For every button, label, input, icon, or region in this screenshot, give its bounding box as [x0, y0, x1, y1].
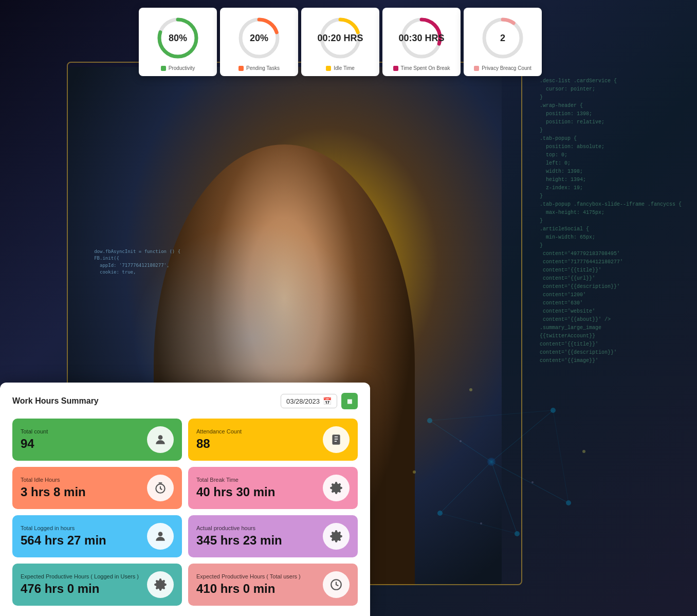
- svg-point-9: [427, 418, 432, 423]
- export-button[interactable]: ▦: [341, 393, 358, 409]
- summary-header: Work Hours Summary 03/28/2023 📅 ▦: [12, 393, 358, 409]
- code-overlay-right: .desc-list .cardService { cursor: pointe…: [540, 77, 682, 365]
- metric-card-1: Attendance Count 88: [188, 419, 358, 461]
- donut-wrapper-4: 2: [480, 15, 526, 61]
- legend-dot-2: [326, 66, 331, 71]
- metric-name-1: Attendance Count: [196, 428, 242, 434]
- svg-point-10: [551, 408, 556, 413]
- metric-text-7: Expected Productive Hours ( Total users …: [196, 573, 301, 596]
- date-input[interactable]: 03/28/2023 📅: [281, 394, 337, 408]
- donut-legend-4: Privacy Breacg Count: [474, 65, 531, 71]
- donut-card-3: 00:30 HRS Time Spent On Break: [382, 8, 461, 76]
- metric-value-2: 3 hrs 8 min: [21, 485, 86, 499]
- svg-line-5: [430, 410, 553, 421]
- metric-text-5: Actual productive hours 345 hrs 23 min: [196, 525, 282, 548]
- svg-point-36: [158, 532, 163, 536]
- donut-value-2: 00:20 HRS: [317, 33, 363, 44]
- donut-wrapper-0: 80%: [155, 15, 201, 61]
- date-value: 03/28/2023: [286, 397, 320, 405]
- svg-rect-31: [332, 434, 340, 445]
- metric-name-0: Total count: [21, 428, 48, 434]
- donut-card-4: 2 Privacy Breacg Count: [464, 8, 542, 76]
- svg-point-16: [413, 470, 416, 474]
- svg-point-14: [469, 388, 472, 391]
- metric-name-6: Expected Productive Hours ( Logged in Us…: [21, 573, 139, 579]
- donut-legend-0: Productivity: [161, 65, 195, 71]
- donut-value-4: 2: [500, 33, 505, 44]
- metric-text-6: Expected Productive Hours ( Logged in Us…: [21, 573, 139, 596]
- donut-card-1: 20% Pending Tasks: [220, 8, 298, 76]
- legend-label-3: Time Spent On Break: [401, 65, 450, 71]
- svg-point-12: [437, 511, 443, 516]
- legend-label-2: Idle Time: [334, 65, 355, 71]
- donut-wrapper-1: 20%: [236, 15, 282, 61]
- metric-card-3: Total Break Time 40 hrs 30 min: [188, 467, 358, 509]
- donut-card-2: 00:20 HRS Idle Time: [301, 8, 379, 76]
- svg-point-30: [158, 435, 163, 440]
- donut-value-3: 00:30 HRS: [398, 33, 444, 44]
- svg-line-3: [440, 462, 491, 513]
- metric-card-2: Total Idle Hours 3 hrs 8 min: [12, 467, 182, 509]
- donut-cards-container: 80% Productivity 20% Pending Tasks: [139, 8, 542, 76]
- network-visualization: [389, 359, 594, 565]
- metric-icon-3: [323, 475, 350, 501]
- metric-icon-0: [147, 426, 174, 453]
- metric-icon-4: [147, 523, 174, 550]
- svg-line-2: [491, 462, 568, 503]
- metric-text-3: Total Break Time 40 hrs 30 min: [196, 477, 275, 499]
- svg-point-18: [531, 481, 534, 483]
- svg-point-13: [515, 531, 520, 536]
- donut-value-1: 20%: [250, 33, 268, 44]
- svg-line-1: [491, 410, 553, 462]
- metric-icon-7: [323, 571, 350, 598]
- legend-label-4: Privacy Breacg Count: [482, 65, 531, 71]
- donut-legend-3: Time Spent On Break: [393, 65, 450, 71]
- metric-name-5: Actual productive hours: [196, 525, 282, 531]
- legend-dot-1: [239, 66, 244, 71]
- legend-dot-4: [474, 66, 479, 71]
- metric-text-1: Attendance Count 88: [196, 428, 242, 451]
- metrics-grid: Total count 94 Attendance Count 88 Total…: [12, 419, 358, 606]
- legend-dot-3: [393, 66, 398, 71]
- metric-value-5: 345 hrs 23 min: [196, 533, 282, 548]
- metric-value-6: 476 hrs 0 min: [21, 582, 139, 596]
- donut-wrapper-3: 00:30 HRS: [398, 15, 445, 61]
- metric-text-4: Total Logged in hours 564 hrs 27 min: [21, 525, 106, 548]
- metric-value-1: 88: [196, 437, 242, 451]
- metric-name-2: Total Idle Hours: [21, 477, 86, 483]
- svg-line-4: [491, 462, 517, 534]
- donut-wrapper-2: 00:20 HRS: [317, 15, 363, 61]
- svg-line-6: [553, 410, 568, 503]
- metric-name-7: Expected Productive Hours ( Total users …: [196, 573, 301, 579]
- export-label: ▦: [347, 398, 352, 405]
- summary-title: Work Hours Summary: [12, 396, 99, 406]
- donut-legend-1: Pending Tasks: [239, 65, 280, 71]
- metric-name-4: Total Logged in hours: [21, 525, 106, 531]
- metric-name-3: Total Break Time: [196, 477, 275, 483]
- calendar-icon: 📅: [323, 397, 332, 405]
- svg-point-17: [460, 440, 462, 442]
- metric-card-0: Total count 94: [12, 419, 182, 461]
- legend-dot-0: [161, 66, 166, 71]
- metric-value-4: 564 hrs 27 min: [21, 533, 106, 548]
- metric-card-5: Actual productive hours 345 hrs 23 min: [188, 515, 358, 557]
- metric-value-7: 410 hrs 0 min: [196, 582, 301, 596]
- svg-point-8: [487, 458, 496, 466]
- summary-panel: Work Hours Summary 03/28/2023 📅 ▦ Total …: [0, 383, 370, 616]
- metric-text-0: Total count 94: [21, 428, 48, 451]
- metric-card-7: Expected Productive Hours ( Total users …: [188, 564, 358, 606]
- svg-point-15: [582, 450, 585, 453]
- svg-point-11: [566, 500, 571, 505]
- donut-card-0: 80% Productivity: [139, 8, 217, 76]
- legend-label-1: Pending Tasks: [246, 65, 280, 71]
- metric-card-4: Total Logged in hours 564 hrs 27 min: [12, 515, 182, 557]
- metric-icon-6: [147, 571, 174, 598]
- donut-legend-2: Idle Time: [326, 65, 355, 71]
- metric-value-3: 40 hrs 30 min: [196, 485, 275, 499]
- legend-label-0: Productivity: [169, 65, 195, 71]
- metric-text-2: Total Idle Hours 3 hrs 8 min: [21, 477, 86, 499]
- svg-point-19: [480, 522, 482, 524]
- summary-controls: 03/28/2023 📅 ▦: [281, 393, 358, 409]
- metric-value-0: 94: [21, 437, 48, 451]
- metric-icon-5: [323, 523, 350, 550]
